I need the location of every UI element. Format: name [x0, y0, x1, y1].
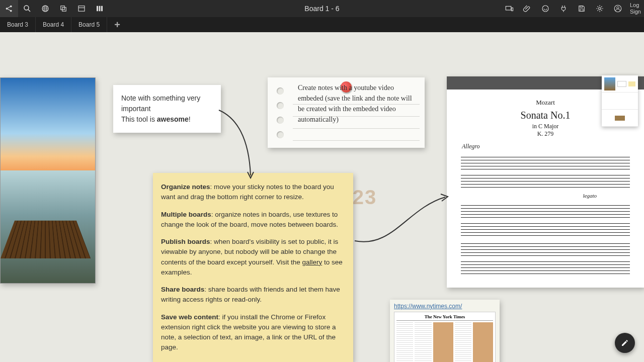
add-tab-button[interactable]: +: [107, 17, 127, 32]
white-note[interactable]: Note with something very important This …: [113, 85, 221, 133]
board-canvas[interactable]: 1EDGE123 Note with something very import…: [0, 32, 644, 362]
svg-point-3: [24, 6, 29, 10]
white-note-line1: Note with something very important: [121, 93, 213, 114]
search-icon[interactable]: [18, 0, 36, 17]
svg-rect-10: [99, 6, 101, 12]
svg-point-0: [6, 8, 8, 10]
login-area[interactable]: Log Sign: [627, 2, 644, 15]
top-toolbar: Board 1 - 6 Log Sign: [0, 0, 644, 17]
svg-point-1: [10, 6, 12, 8]
user-icon[interactable]: [609, 0, 627, 17]
svg-point-2: [10, 10, 12, 12]
svg-rect-6: [61, 6, 65, 10]
minimap[interactable]: [602, 75, 638, 127]
svg-rect-11: [101, 6, 103, 12]
plug-icon[interactable]: [554, 0, 573, 17]
web-clip-note[interactable]: https://www.nytimes.com/ The New York Ti…: [390, 300, 500, 362]
white-note-line2: This tool is awesome!: [121, 114, 213, 125]
notebook-note[interactable]: Create notes with a youtube video embede…: [268, 77, 425, 148]
svg-rect-16: [580, 9, 583, 12]
sheet-tempo: Allegro: [462, 143, 632, 150]
svg-point-17: [599, 8, 601, 10]
device-icon[interactable]: [500, 0, 518, 17]
notebook-text: Create notes with a youtube video embede…: [298, 82, 417, 125]
sheet-k: K. 279: [459, 130, 632, 138]
attachment-icon[interactable]: [518, 0, 536, 17]
login-link[interactable]: Log: [630, 2, 641, 9]
signup-link[interactable]: Sign: [630, 9, 641, 15]
photo-note[interactable]: [0, 77, 96, 284]
svg-point-14: [542, 6, 548, 12]
svg-point-19: [617, 7, 619, 9]
web-thumbnail: The New York Times: [394, 312, 496, 362]
tab-board-3[interactable]: Board 3: [0, 17, 36, 32]
web-url[interactable]: https://www.nytimes.com/: [394, 303, 496, 310]
connector-arrow-1: [216, 108, 262, 183]
copy-icon[interactable]: [54, 0, 72, 17]
svg-rect-9: [97, 6, 98, 12]
share-icon[interactable]: [0, 0, 18, 17]
save-icon[interactable]: [573, 0, 591, 17]
circle-icon[interactable]: [536, 0, 554, 17]
svg-rect-12: [506, 7, 511, 11]
yellow-note[interactable]: Organize notes: move your sticky notes t…: [153, 173, 353, 362]
svg-rect-8: [78, 6, 85, 12]
svg-rect-13: [511, 8, 513, 11]
layout-icon[interactable]: [72, 0, 91, 17]
connector-arrow-2: [352, 193, 453, 253]
tab-board-5[interactable]: Board 5: [71, 17, 107, 32]
board-title: Board 1 - 6: [304, 5, 339, 13]
columns-icon[interactable]: [91, 0, 109, 17]
globe-icon[interactable]: [36, 0, 54, 17]
gear-icon[interactable]: [591, 0, 609, 17]
svg-rect-15: [580, 6, 583, 8]
gallery-link[interactable]: gallery: [302, 258, 322, 266]
edit-fab[interactable]: [615, 333, 635, 353]
svg-rect-7: [62, 8, 66, 12]
tab-board-4[interactable]: Board 4: [36, 17, 71, 32]
tab-bar: Board 3 Board 4 Board 5 +: [0, 17, 644, 32]
